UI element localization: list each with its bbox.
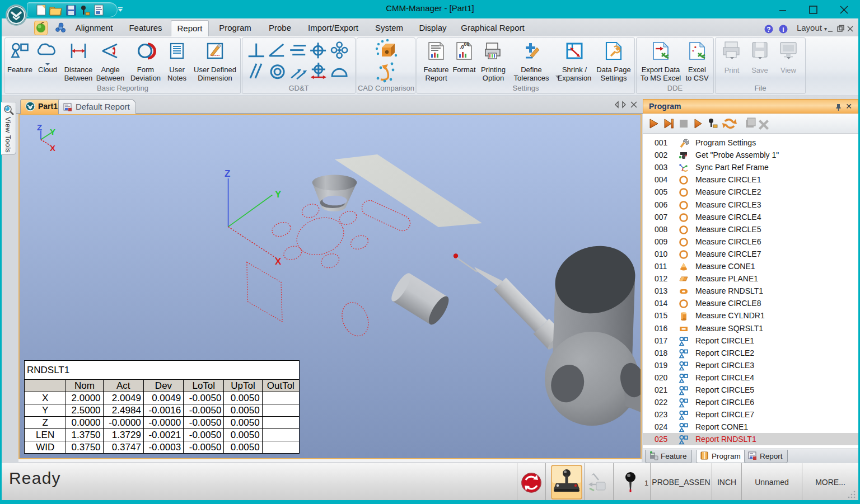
svg-text:.00: .00 bbox=[462, 41, 470, 47]
svg-text:X: X bbox=[50, 143, 55, 153]
svg-text:Z: Z bbox=[225, 168, 230, 179]
svg-text:Y: Y bbox=[50, 127, 55, 136]
svg-text:i: i bbox=[782, 26, 784, 34]
svg-text:Y: Y bbox=[275, 189, 282, 200]
svg-text:1: 1 bbox=[644, 479, 648, 487]
svg-text:?: ? bbox=[766, 26, 770, 34]
svg-text:Z: Z bbox=[37, 123, 42, 132]
svg-text:X: X bbox=[275, 256, 282, 267]
svg-text:•: • bbox=[694, 44, 697, 50]
